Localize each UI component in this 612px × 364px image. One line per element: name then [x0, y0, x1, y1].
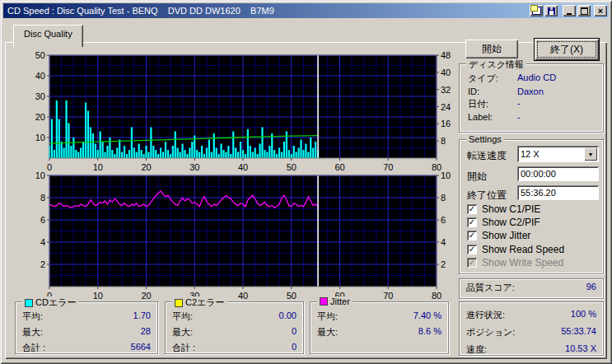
stat-group-title: CDエラー [22, 296, 78, 309]
checkbox-row-show-write-speed[interactable]: ✓Show Write Speed [467, 257, 563, 268]
svg-text:20: 20 [141, 291, 151, 301]
start-pos-label: 開始 [467, 170, 487, 184]
stat-value: 5664 [131, 342, 151, 354]
end-pos-input[interactable]: 55:36.20 [517, 185, 599, 200]
disc-info-group: ディスク情報 タイプ:Audio CDID:Daxon日付:-Label:- [459, 63, 604, 133]
checkbox-label: Show C2/PIF [482, 217, 540, 228]
maximize-button[interactable] [577, 5, 591, 16]
checkbox-row-show-read-speed[interactable]: ✓Show Read Speed [467, 244, 564, 254]
stat-value: 0 [292, 342, 297, 354]
pages-icon [532, 7, 541, 15]
svg-text:48: 48 [441, 50, 451, 60]
stat-group-title-text: C2エラー [185, 296, 225, 309]
start-button[interactable]: 開始 [465, 40, 518, 58]
maximize-icon [581, 7, 588, 15]
c1-read-speed-chart: 10203040508162432404801020304050607080 [23, 49, 460, 176]
svg-text:40: 40 [35, 71, 45, 81]
stat-value: 0.00 [279, 310, 297, 323]
svg-text:30: 30 [35, 91, 45, 101]
minimize-button[interactable] [563, 5, 576, 16]
svg-text:32: 32 [441, 85, 451, 95]
svg-text:20: 20 [35, 112, 45, 122]
legend-color-chip [175, 299, 183, 307]
stat-label: 平均: [317, 310, 338, 323]
svg-text:4: 4 [441, 237, 446, 247]
disc-info-row: ID:Daxon [460, 86, 603, 97]
disc-info-value: - [517, 98, 521, 110]
exit-button[interactable]: 終了(X) [534, 38, 600, 61]
disc-info-row: Label:- [460, 111, 603, 123]
checkbox[interactable]: ✓ [467, 245, 477, 254]
chevron-down-icon: ▼ [588, 152, 594, 157]
stat-label: 最大: [22, 326, 43, 338]
checkbox[interactable]: ✓ [467, 258, 477, 268]
stat-row: 最大:0 [166, 324, 303, 340]
tab-disc-quality[interactable]: Disc Quality [13, 25, 83, 47]
window-title: CD Speed : Disc Quality Test - BENQ DVD … [3, 6, 274, 16]
progress-value: 10.53 X [565, 343, 596, 356]
stat-label: 平均: [22, 310, 43, 323]
svg-text:2: 2 [441, 259, 446, 269]
title-bar[interactable]: CD Speed : Disc Quality Test - BENQ DVD … [3, 3, 609, 18]
report-button[interactable] [530, 5, 543, 16]
stat-row: 最大:8.6 % [311, 324, 448, 340]
checkbox[interactable]: ✓ [467, 204, 477, 214]
stat-row: 平均:7.40 % [311, 309, 448, 324]
svg-text:24: 24 [441, 102, 451, 112]
minimize-icon [567, 13, 572, 15]
svg-text:6: 6 [441, 215, 446, 225]
checkbox-label: Show C1/PIE [482, 203, 540, 215]
checkbox-row-show-c1-pie[interactable]: ✓Show C1/PIE [467, 203, 540, 214]
disc-info-value: Audio CD [517, 72, 556, 85]
progress-label: ポジション: [466, 326, 515, 338]
progress-value: 100 % [571, 309, 596, 321]
settings-title: Settings [469, 134, 502, 144]
save-button[interactable] [544, 5, 558, 16]
speed-combobox[interactable]: 12 X ▼ [517, 146, 599, 162]
svg-text:40: 40 [238, 291, 248, 301]
tab-label: Disc Quality [24, 29, 72, 39]
svg-text:70: 70 [383, 291, 393, 301]
checkbox-label: Show Read Speed [482, 244, 564, 255]
progress-value: 55:33.74 [561, 326, 596, 338]
disc-info-value: - [517, 112, 521, 122]
quality-score-panel: 品質スコア: 96 [459, 278, 604, 299]
check-icon: ✓ [469, 218, 475, 226]
checkbox-label: Show Write Speed [482, 257, 563, 268]
close-button[interactable]: × [594, 5, 607, 16]
cd-speed-window: { "window": { "title": "CD Speed : Disc … [0, 0, 612, 364]
legend-color-chip [25, 299, 33, 307]
checkbox[interactable]: ✓ [467, 217, 477, 227]
stat-group-title: Jitter [317, 296, 353, 306]
stat-row: 平均:1.70 [16, 309, 157, 324]
start-pos-input[interactable]: 00:00:00 [517, 166, 599, 181]
stat-value: 0 [292, 326, 297, 338]
checkbox-row-show-jitter[interactable]: ✓Show Jitter [467, 230, 530, 240]
disc-info-value: Daxon [517, 86, 544, 96]
disc-info-row: タイプ:Audio CD [460, 72, 603, 86]
stat-group-1: CDエラー平均:1.70最大:28合計 :5664 [15, 301, 158, 354]
svg-text:4: 4 [40, 237, 45, 247]
stat-group-title-text: Jitter [330, 296, 350, 306]
stat-value: 28 [141, 326, 151, 338]
stat-label: 平均: [172, 310, 193, 323]
checkbox-label: Show Jitter [482, 230, 530, 241]
stat-row: 合計 :0 [166, 340, 303, 356]
dropdown-button[interactable]: ▼ [584, 147, 597, 161]
stat-label: 合計 : [172, 342, 195, 354]
checkbox[interactable]: ✓ [467, 231, 477, 240]
svg-text:8: 8 [441, 193, 446, 203]
speed-label: 転送速度 [467, 149, 507, 163]
progress-label: 進行状況: [466, 309, 505, 321]
svg-text:10: 10 [93, 291, 103, 301]
stat-group-title-text: CDエラー [35, 296, 76, 309]
disc-info-title: ディスク情報 [469, 58, 524, 71]
svg-text:8: 8 [40, 193, 45, 203]
checkbox-row-show-c2-pif[interactable]: ✓Show C2/PIF [467, 217, 540, 227]
progress-row: ポジション:55:33.74 [460, 324, 603, 341]
svg-text:80: 80 [432, 291, 441, 301]
svg-text:50: 50 [35, 50, 45, 60]
stat-value: 8.6 % [418, 326, 441, 338]
close-icon: × [598, 7, 603, 15]
legend-color-chip [320, 297, 328, 306]
